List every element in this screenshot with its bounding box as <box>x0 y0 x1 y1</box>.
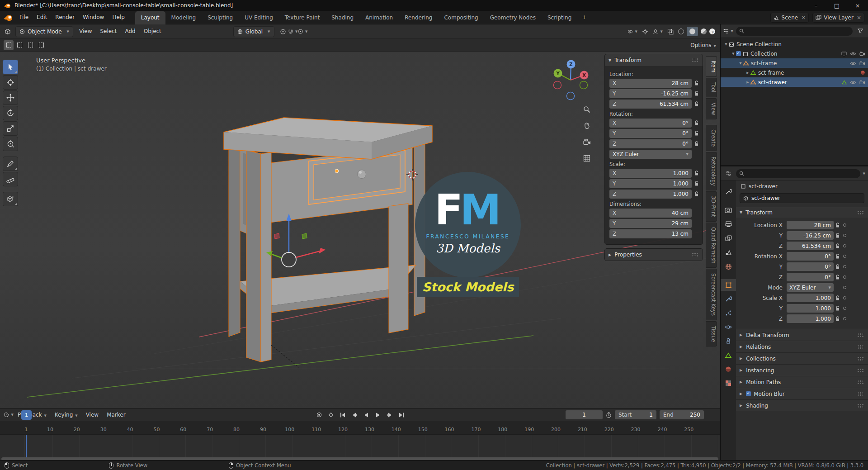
expand-caret-icon[interactable]: ▼ <box>723 43 729 46</box>
outliner-editor-icon[interactable] <box>723 26 733 37</box>
select-mode-subtract-icon[interactable] <box>25 40 35 50</box>
timeline-menu-item[interactable]: Keying <box>51 412 82 418</box>
n-panel-tab[interactable]: Quad Remesh <box>706 223 717 268</box>
tab-view-layer-icon[interactable] <box>721 233 736 244</box>
timeline-ruler[interactable]: 1102030405060708090100110120130140150160… <box>0 421 720 435</box>
n-panel-tab[interactable]: Item <box>706 56 717 77</box>
workspace-tab[interactable]: Rendering <box>399 11 438 24</box>
rotation-mode-dropdown[interactable]: XYZ Euler <box>609 150 692 159</box>
options-dropdown[interactable]: Options <box>690 42 716 48</box>
tab-object-icon[interactable] <box>721 279 736 291</box>
object-name-field[interactable]: sct-drawer <box>740 193 864 203</box>
value-field[interactable]: XYZ Euler▼ <box>787 283 834 292</box>
transform-tool[interactable] <box>3 137 18 151</box>
workspace-tab[interactable]: Layout <box>135 11 165 24</box>
rotation-x-field[interactable]: X0° <box>609 119 692 128</box>
lock-icon[interactable] <box>692 120 699 126</box>
tab-world-icon[interactable] <box>721 261 736 272</box>
n-panel-tab[interactable]: Create <box>706 125 717 151</box>
collection-checkbox[interactable] <box>736 51 741 56</box>
panel-grip[interactable] <box>857 356 864 361</box>
location-z-field[interactable]: Z61.534 cm <box>609 100 692 109</box>
use-preview-range-icon[interactable] <box>606 412 612 418</box>
workspace-tab[interactable]: Texture Paint <box>279 11 326 24</box>
value-field[interactable]: 61.534 cm▼ <box>787 242 834 250</box>
lock-icon[interactable] <box>834 316 842 322</box>
expand-caret-icon[interactable]: ▶ <box>745 71 750 75</box>
value-field[interactable]: 0°▼ <box>787 252 834 261</box>
panel-grip[interactable] <box>857 345 864 349</box>
shading-wireframe-icon[interactable] <box>678 28 684 34</box>
move-tool[interactable] <box>3 90 18 105</box>
camera-icon[interactable] <box>859 80 865 85</box>
chevron-down-icon[interactable]: ▼ <box>863 172 865 176</box>
animate-dot[interactable] <box>843 317 846 320</box>
lock-icon[interactable] <box>834 223 842 228</box>
proportional-editing-icon[interactable] <box>298 26 308 37</box>
scale-tool[interactable] <box>3 121 18 136</box>
lock-icon[interactable] <box>834 306 842 311</box>
shading-rendered-icon[interactable] <box>709 28 715 34</box>
n-panel-tab[interactable]: Retopology <box>706 152 717 190</box>
n-panel-tab[interactable]: 3D-Print <box>706 191 717 222</box>
select-mode-extend-icon[interactable] <box>14 40 24 50</box>
n-panel-tab[interactable]: Screencast Keys <box>706 269 717 320</box>
outliner-row-collection[interactable]: ▼ Collection <box>721 49 868 58</box>
transform-section-header[interactable]: ▼Transform <box>736 207 868 218</box>
toggle-ortho-button[interactable] <box>581 153 592 164</box>
section-checkbox[interactable] <box>746 391 751 396</box>
animate-dot[interactable] <box>843 307 846 310</box>
properties-section[interactable]: ▶ Motion Blur <box>736 388 868 399</box>
snap-magnet-icon[interactable] <box>288 26 298 37</box>
filter-icon[interactable] <box>855 26 865 37</box>
editor-type-icon[interactable] <box>3 26 13 37</box>
outliner-row-sct-frame-data[interactable]: ▶ sct-frame <box>721 68 868 77</box>
select-mode-set-icon[interactable] <box>4 40 14 50</box>
tab-tool-icon[interactable] <box>721 186 736 198</box>
workspace-tab[interactable]: Shading <box>326 11 359 24</box>
tab-render-icon[interactable] <box>721 204 736 216</box>
viewport-menu-item[interactable]: Object <box>140 25 165 38</box>
mode-dropdown[interactable]: Object Mode <box>15 26 73 37</box>
transform-panel-header[interactable]: ▼Transform <box>605 54 703 66</box>
menu-item[interactable]: Window <box>79 11 108 24</box>
dimensions-z-field[interactable]: Z13 cm <box>609 229 692 238</box>
scene-unlink-icon[interactable]: × <box>801 14 806 21</box>
tab-object-data-icon[interactable] <box>721 349 736 361</box>
animate-dot[interactable] <box>843 244 846 247</box>
panel-grip[interactable] <box>857 404 864 408</box>
select-mode-intersect-icon[interactable] <box>36 40 46 50</box>
properties-section[interactable]: ▶ Motion Paths <box>736 376 868 388</box>
lock-icon[interactable] <box>834 275 842 280</box>
properties-section[interactable]: ▶ Delta Transform <box>736 329 868 341</box>
properties-section[interactable]: ▶ Relations <box>736 341 868 352</box>
timeline-menu-item[interactable]: Playback <box>14 412 51 418</box>
workspace-tab[interactable]: Geometry Nodes <box>484 11 542 24</box>
close-button[interactable]: × <box>847 0 868 11</box>
value-field[interactable]: 1.000▼ <box>787 314 834 323</box>
workspace-tab[interactable]: Compositing <box>438 11 484 24</box>
workspace-tab[interactable]: Modeling <box>165 11 202 24</box>
value-field[interactable]: 0°▼ <box>787 262 834 271</box>
tab-particles-icon[interactable] <box>721 307 736 319</box>
timeline-track-area[interactable] <box>0 435 720 457</box>
tab-material-icon[interactable] <box>721 363 736 375</box>
expand-caret-icon[interactable]: ▶ <box>745 81 750 84</box>
current-frame-marker[interactable]: 1 <box>21 410 32 420</box>
animate-dot[interactable] <box>843 234 846 237</box>
tab-texture-icon[interactable] <box>721 377 736 389</box>
animate-dot[interactable] <box>843 296 846 299</box>
n-panel-tab[interactable]: Tissue <box>706 321 717 347</box>
previous-keyframe-button[interactable] <box>349 410 359 419</box>
disable-in-viewport-icon[interactable] <box>841 52 847 56</box>
timeline-editor-icon[interactable] <box>4 409 14 420</box>
lock-icon[interactable] <box>834 264 842 270</box>
workspace-tab[interactable]: UV Editing <box>239 11 279 24</box>
lock-icon[interactable] <box>692 171 699 176</box>
xray-toggle-icon[interactable] <box>665 26 675 37</box>
dimensions-y-field[interactable]: Y29 cm <box>609 219 692 228</box>
rotation-y-field[interactable]: Y0° <box>609 129 692 138</box>
keying-set-icon[interactable] <box>326 410 336 419</box>
current-frame-field[interactable]: 1 <box>566 410 603 419</box>
animate-dot[interactable] <box>843 286 846 289</box>
